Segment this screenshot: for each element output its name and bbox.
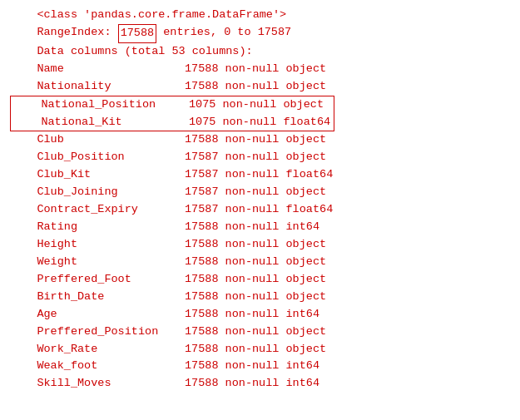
- col-name: Club_Joining: [10, 184, 185, 201]
- table-row: Height17588 non-null object: [10, 236, 510, 254]
- table-row: Work_Rate17588 non-null object: [10, 341, 510, 358]
- col-info: 1075 non-null float64: [189, 114, 330, 131]
- col-name: Age: [10, 306, 185, 324]
- col-name: Rating: [10, 219, 185, 236]
- col-name: Club: [10, 131, 185, 149]
- data-columns-text: Data columns (total 53 columns):: [10, 43, 253, 61]
- class-text: <class 'pandas.core.frame.DataFrame'>: [10, 7, 286, 24]
- table-row: Rating17588 non-null int64: [10, 219, 510, 236]
- table-row: Weight17588 non-null object: [10, 254, 510, 271]
- col-info: 17588 non-null object: [185, 131, 326, 149]
- table-row: Preffered_Position17588 non-null object: [10, 324, 510, 341]
- col-name: Weight: [10, 254, 185, 271]
- table-row: Contract_Expiry17587 non-null float64: [10, 201, 510, 219]
- col-info: 17588 non-null object: [185, 61, 326, 78]
- col-name: Work_Rate: [10, 341, 185, 358]
- range-prefix: RangeIndex:: [10, 24, 118, 43]
- col-info: 17588 non-null int64: [185, 358, 319, 375]
- col-name: Club_Position: [10, 149, 185, 166]
- col-info: 17587 non-null float64: [185, 201, 333, 219]
- col-info: 17588 non-null int64: [185, 375, 319, 393]
- table-row: Club_Position17587 non-null object: [10, 149, 510, 166]
- table-row: Club_Joining17587 non-null object: [10, 184, 510, 201]
- col-info: 17588 non-null object: [185, 78, 326, 96]
- table-row: Preffered_Foot17588 non-null object: [10, 271, 510, 289]
- table-row: Skill_Moves17588 non-null int64: [10, 375, 510, 393]
- col-name: Weak_foot: [10, 358, 185, 375]
- col-name: National_Position: [14, 96, 189, 114]
- table-row: Club17588 non-null object: [10, 131, 510, 149]
- col-info: 17588 non-null object: [185, 324, 326, 341]
- col-info: 17588 non-null object: [185, 254, 326, 271]
- col-info: 17587 non-null object: [185, 149, 326, 166]
- col-name: National_Kit: [14, 114, 189, 131]
- col-info: 17588 non-null int64: [185, 219, 319, 236]
- range-value: 17588: [118, 24, 157, 43]
- col-name: Name: [10, 61, 185, 78]
- col-info: 17588 non-null object: [185, 341, 326, 358]
- highlight-box: National_Position1075 non-null object Na…: [10, 96, 334, 132]
- col-info: 17587 non-null object: [185, 184, 326, 201]
- col-name: Height: [10, 236, 185, 254]
- col-name: Preffered_Position: [10, 324, 185, 341]
- data-columns-line: Data columns (total 53 columns):: [10, 43, 510, 61]
- col-info: 17588 non-null object: [185, 289, 326, 306]
- col-name: Birth_Date: [10, 289, 185, 306]
- table-row: National_Position1075 non-null object: [11, 96, 334, 114]
- col-info: 17587 non-null float64: [185, 166, 333, 184]
- col-name: Nationality: [10, 78, 185, 96]
- col-name: Preffered_Foot: [10, 271, 185, 289]
- rows-container: Name17588 non-null object Nationality175…: [10, 61, 510, 393]
- range-suffix: entries, 0 to 17587: [156, 24, 291, 43]
- col-info: 17588 non-null object: [185, 271, 326, 289]
- table-row: Club_Kit17587 non-null float64: [10, 166, 510, 184]
- output-area: <class 'pandas.core.frame.DataFrame'> Ra…: [0, 0, 520, 399]
- class-line: <class 'pandas.core.frame.DataFrame'>: [10, 7, 510, 24]
- range-line: RangeIndex: 17588 entries, 0 to 17587: [10, 24, 510, 43]
- col-info: 17588 non-null int64: [185, 306, 319, 324]
- col-name: Club_Kit: [10, 166, 185, 184]
- table-row: Birth_Date17588 non-null object: [10, 289, 510, 306]
- table-row: Age17588 non-null int64: [10, 306, 510, 324]
- table-row: Weak_foot17588 non-null int64: [10, 358, 510, 375]
- table-row: Name17588 non-null object: [10, 61, 510, 78]
- table-row: Nationality17588 non-null object: [10, 78, 510, 96]
- col-name: Contract_Expiry: [10, 201, 185, 219]
- col-name: Skill_Moves: [10, 375, 185, 393]
- table-row: National_Kit1075 non-null float64: [11, 114, 334, 131]
- col-info: 1075 non-null object: [189, 96, 324, 114]
- col-info: 17588 non-null object: [185, 236, 326, 254]
